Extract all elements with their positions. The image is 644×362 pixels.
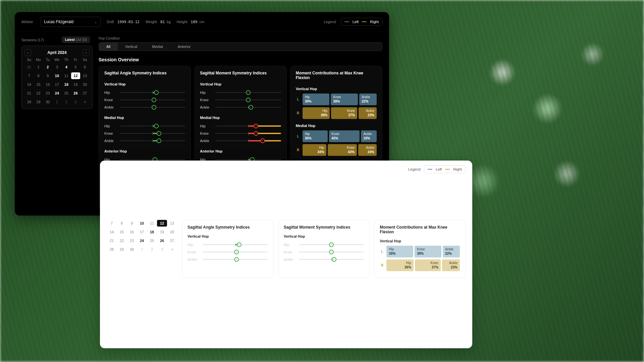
calendar-day[interactable]: 25 (147, 237, 157, 244)
calendar-day[interactable]: 27 (167, 237, 177, 244)
symmetry-indicator-icon: ✕ (260, 138, 265, 143)
calendar-light: 7891011121314151617181920212223242526272… (107, 220, 177, 278)
joint-label: Knee (104, 98, 116, 102)
joint-label: Ankle (104, 105, 116, 109)
legend-left-swatch (344, 21, 349, 22)
calendar-day[interactable]: 15 (34, 81, 43, 88)
calendar-day[interactable]: 14 (107, 229, 117, 235)
symmetry-bar: ✓ (120, 99, 185, 101)
calendar-next-button[interactable]: › (83, 49, 90, 56)
calendar-day[interactable]: 11 (147, 220, 157, 227)
calendar-day[interactable]: 25 (62, 90, 71, 97)
calendar-day[interactable]: 9 (43, 72, 52, 79)
tab-medial[interactable]: Medial (145, 43, 170, 51)
calendar-day[interactable]: 21 (24, 90, 34, 97)
symmetry-indicator-icon: ✕ (254, 124, 258, 128)
calendar-day[interactable]: 24 (137, 237, 147, 244)
hop-group: Vertical Hop L Hip39% Knee39% Ankle22% R… (296, 87, 377, 119)
calendar-day[interactable]: 2 (62, 99, 71, 105)
calendar-day[interactable]: 22 (117, 237, 127, 244)
calendar-day[interactable]: 10 (137, 220, 147, 227)
symmetry-bar: ✓ (215, 92, 281, 94)
calendar-day[interactable]: 28 (24, 99, 34, 105)
calendar-day[interactable]: 5 (71, 64, 80, 70)
calendar-day[interactable]: 28 (107, 246, 117, 253)
calendar-day[interactable]: 17 (52, 81, 62, 88)
tab-vertical[interactable]: Vertical (118, 43, 145, 51)
calendar-day[interactable]: 18 (147, 229, 157, 235)
calendar-day[interactable]: 12 (71, 72, 80, 79)
joint-label: Knee (187, 250, 199, 254)
calendar-day[interactable]: 4 (80, 99, 90, 105)
hop-name: Medial Hop (200, 116, 281, 120)
calendar-day[interactable]: 23 (43, 90, 52, 97)
calendar-day[interactable]: 26 (157, 237, 167, 244)
calendar-day[interactable]: 12 (157, 220, 167, 227)
calendar-day[interactable]: 7 (24, 72, 34, 79)
dob-meta: DoB 1999-03-12 (107, 20, 140, 24)
calendar-day[interactable]: 13 (80, 72, 90, 79)
calendar-day[interactable]: 8 (34, 72, 43, 79)
calendar-day[interactable]: 1 (137, 246, 147, 253)
athlete-select[interactable]: Lucas Fitzgerald ⌄ (40, 17, 101, 27)
hop-name: Vertical Hop (104, 82, 185, 86)
calendar-day[interactable]: 2 (43, 64, 52, 70)
calendar-day[interactable]: 18 (62, 81, 71, 88)
calendar-day[interactable]: 1 (52, 99, 62, 105)
symmetry-bar: ✓ (203, 251, 268, 253)
calendar-day[interactable]: 10 (52, 72, 62, 79)
joint-label: Knee (284, 250, 295, 254)
symmetry-bar: ✓ (120, 140, 185, 142)
calendar-day[interactable]: 3 (71, 99, 80, 105)
calendar-day[interactable]: 27 (80, 90, 90, 97)
symmetry-indicator-icon: ✓ (332, 257, 336, 262)
calendar-day[interactable]: 3 (157, 246, 167, 253)
side-label-left: L (296, 94, 301, 105)
contribution-row-right: R Hip39% Knee37% Ankle23% (380, 259, 460, 271)
joint-label: Hip (200, 124, 211, 128)
calendar-day[interactable]: 7 (107, 220, 117, 227)
calendar-day[interactable]: 11 (62, 72, 71, 79)
calendar-day[interactable]: 3 (52, 64, 62, 70)
tab-anterior[interactable]: Anterior (170, 43, 198, 51)
symmetry-row: Ankle ✓ (200, 104, 281, 111)
calendar-day[interactable]: 24 (52, 90, 62, 97)
calendar-day[interactable]: 4 (167, 246, 177, 253)
calendar-day[interactable]: 2 (147, 246, 157, 253)
calendar-day[interactable]: 9 (127, 220, 137, 227)
hop-name: Vertical Hop (200, 82, 281, 86)
contribution-row-left: L Hip36% Knee45% Ankle19% (296, 130, 377, 142)
calendar-day[interactable]: 19 (71, 81, 80, 88)
calendar-day[interactable]: 17 (137, 229, 147, 235)
hop-name: Anterior Hop (200, 149, 281, 153)
calendar-day[interactable]: 19 (157, 229, 167, 235)
calendar-day[interactable]: 29 (34, 99, 43, 105)
calendar-day[interactable]: 29 (117, 246, 127, 253)
calendar-day[interactable]: 16 (43, 81, 52, 88)
calendar-day[interactable]: 15 (117, 229, 127, 235)
calendar-day[interactable]: 21 (107, 237, 117, 244)
calendar-day[interactable]: 6 (80, 64, 90, 70)
calendar-day[interactable]: 23 (127, 237, 137, 244)
calendar-day[interactable]: 16 (127, 229, 137, 235)
tab-all[interactable]: All (99, 43, 118, 51)
calendar-day[interactable]: 22 (34, 90, 43, 97)
calendar-day[interactable]: 13 (167, 220, 177, 227)
calendar-day[interactable]: 31 (24, 64, 34, 70)
calendar-day[interactable]: 30 (43, 99, 52, 105)
calendar-day[interactable]: 30 (127, 246, 137, 253)
hop-name: Vertical Hop (380, 239, 460, 243)
symmetry-bar: ✕ (215, 132, 281, 134)
symmetry-bar: ✕ (215, 140, 281, 142)
calendar-day[interactable]: 20 (80, 81, 90, 88)
calendar-day[interactable]: 1 (34, 64, 43, 70)
latest-session-button[interactable]: Latest (Jul 10) (62, 37, 90, 43)
calendar-day[interactable]: 20 (167, 229, 177, 235)
calendar-day[interactable]: 26 (71, 90, 80, 97)
symmetry-row: Knee ✓ (187, 248, 268, 256)
calendar-day[interactable]: 14 (24, 81, 34, 88)
calendar-prev-button[interactable]: ‹ (24, 49, 31, 56)
calendar-day[interactable]: 4 (62, 64, 71, 70)
section-title: Session Overview (99, 57, 382, 62)
calendar-day[interactable]: 8 (117, 220, 127, 227)
